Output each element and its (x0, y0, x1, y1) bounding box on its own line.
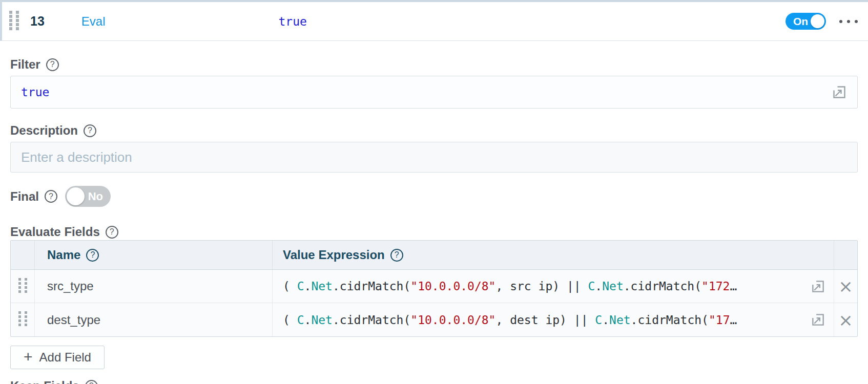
final-row: Final ? No (10, 186, 858, 207)
keep-fields-label: Keep Fields ? (10, 379, 858, 384)
value-expression-code[interactable]: ( C.Net.cidrMatch("10.0.0.0/8", src_ip) … (283, 280, 737, 293)
expand-editor-icon[interactable] (811, 312, 825, 327)
field-name-value[interactable]: src_type (47, 279, 94, 293)
final-toggle[interactable]: No (65, 186, 111, 207)
function-index: 13 (30, 14, 45, 29)
remove-field-cell: × (834, 270, 857, 303)
help-icon[interactable]: ? (46, 58, 59, 71)
help-icon[interactable]: ? (390, 249, 403, 262)
plus-icon: + (24, 349, 33, 365)
ellipsis-menu-icon[interactable] (838, 17, 859, 26)
final-toggle-label: No (88, 190, 103, 203)
eval-function-editor: 13 Eval true On Filter ? true Descriptio… (0, 0, 868, 384)
function-filter-preview: true (279, 15, 307, 28)
drag-handle-icon[interactable] (18, 311, 27, 328)
toggle-knob (811, 14, 824, 28)
field-name-cell[interactable]: src_type (34, 270, 272, 303)
remove-field-button[interactable]: × (838, 311, 853, 329)
table-header-handle-col (11, 241, 34, 270)
function-header-row: 13 Eval true On (0, 2, 868, 41)
keep-fields-label-text: Keep Fields (10, 379, 79, 384)
value-expression-cell[interactable]: ( C.Net.cidrMatch("10.0.0.0/8", src_ip) … (272, 270, 834, 303)
drag-handle-icon[interactable] (18, 278, 27, 295)
filter-input[interactable]: true (10, 76, 858, 109)
final-label-text: Final (10, 190, 39, 203)
evaluate-fields-label: Evaluate Fields ? (10, 225, 858, 239)
help-icon[interactable]: ? (84, 124, 96, 137)
name-header-text: Name (47, 248, 80, 262)
table-header-name: Name ? (34, 241, 272, 270)
left-edge-strip (0, 2, 2, 40)
row-handle-cell (11, 270, 34, 303)
help-icon[interactable]: ? (106, 226, 118, 239)
filter-label-text: Filter (10, 58, 40, 71)
function-name-link[interactable]: Eval (81, 14, 106, 29)
remove-field-cell: × (834, 303, 857, 336)
evaluate-fields-label-text: Evaluate Fields (10, 225, 100, 239)
field-name-cell[interactable]: dest_type (34, 303, 272, 336)
value-expression-cell[interactable]: ( C.Net.cidrMatch("10.0.0.0/8", dest_ip)… (272, 303, 834, 336)
drag-handle-icon[interactable] (9, 11, 19, 32)
filter-label: Filter ? (10, 58, 858, 71)
evaluate-fields-table: Name ? Value Expression ? (10, 240, 858, 337)
value-expression-code[interactable]: ( C.Net.cidrMatch("10.0.0.0/8", dest_ip)… (283, 313, 737, 327)
table-header-remove-col (834, 241, 857, 270)
help-icon[interactable]: ? (85, 380, 98, 384)
expand-editor-icon[interactable] (811, 279, 825, 294)
remove-field-button[interactable]: × (838, 278, 853, 295)
value-header-text: Value Expression (283, 248, 385, 262)
filter-code-value[interactable]: true (21, 86, 49, 99)
function-on-toggle[interactable]: On (786, 13, 826, 30)
field-name-value[interactable]: dest_type (47, 313, 100, 327)
help-icon[interactable]: ? (45, 190, 57, 203)
add-field-label: Add Field (39, 350, 91, 365)
add-field-button[interactable]: + Add Field (10, 346, 105, 369)
help-icon[interactable]: ? (86, 249, 99, 262)
toggle-knob (67, 187, 85, 205)
description-label-text: Description (10, 124, 78, 137)
description-label: Description ? (10, 124, 858, 137)
row-handle-cell (11, 303, 34, 336)
description-input[interactable] (10, 142, 858, 173)
final-label: Final ? (10, 190, 57, 203)
expand-editor-icon[interactable] (832, 84, 847, 100)
toggle-on-label: On (793, 15, 808, 28)
table-header-value-expression: Value Expression ? (272, 241, 834, 270)
function-body: Filter ? true Description ? Final ? (0, 58, 868, 384)
